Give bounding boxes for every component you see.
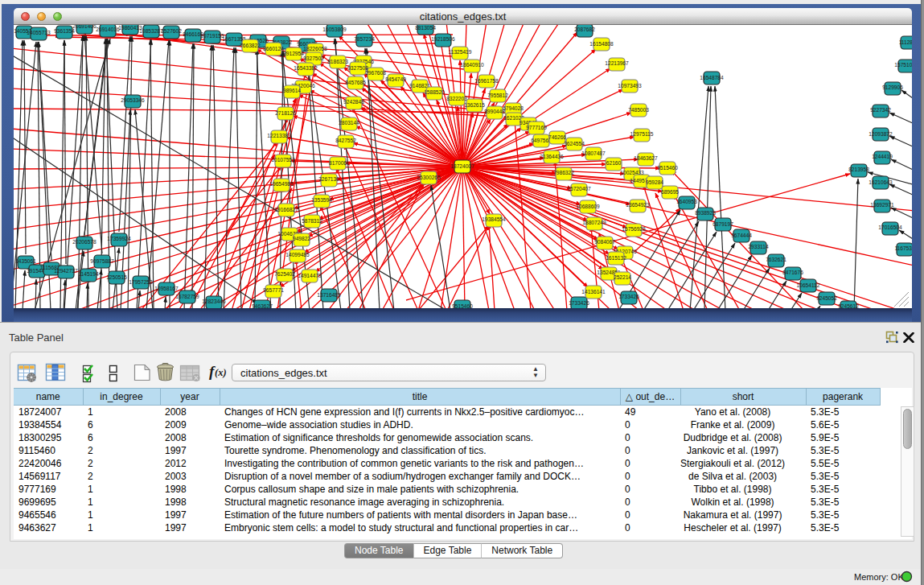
svg-text:9674444: 9674444 (731, 233, 752, 238)
svg-text:1362615: 1362615 (464, 102, 485, 108)
svg-text:5878312: 5878312 (302, 218, 322, 224)
svg-text:29053346: 29053346 (121, 97, 145, 103)
svg-text:15756928: 15756928 (622, 226, 646, 232)
svg-text:8322203: 8322203 (446, 96, 467, 101)
svg-text:14055713: 14055713 (27, 30, 51, 35)
svg-text:2967608: 2967608 (365, 70, 386, 76)
svg-text:18724007: 18724007 (450, 163, 474, 169)
svg-text:10688609: 10688609 (576, 204, 600, 209)
svg-text:19166827: 19166827 (274, 207, 298, 212)
svg-text:62160: 62160 (606, 160, 622, 166)
svg-text:20691406: 20691406 (72, 25, 97, 29)
svg-text:2803144: 2803144 (339, 120, 359, 126)
svg-text:8454749: 8454749 (385, 76, 406, 82)
svg-text:8186323: 8186323 (327, 59, 348, 64)
svg-text:9245052: 9245052 (816, 295, 837, 301)
svg-text:21364436: 21364436 (540, 154, 564, 159)
svg-text:7857234: 7857234 (354, 36, 375, 42)
svg-text:7955812: 7955812 (487, 93, 508, 98)
svg-text:12093872: 12093872 (869, 131, 893, 137)
svg-text:9327502: 9327502 (303, 56, 324, 61)
svg-text:14099485: 14099485 (285, 252, 310, 257)
svg-text:1615132: 1615132 (606, 255, 626, 261)
svg-text:10719155: 10719155 (200, 33, 224, 39)
svg-text:7632621: 7632621 (766, 257, 786, 262)
svg-text:16782759: 16782759 (175, 294, 199, 299)
svg-text:13654923: 13654923 (626, 202, 650, 208)
svg-text:252214: 252214 (614, 274, 631, 280)
svg-text:1244419: 1244419 (872, 154, 893, 159)
svg-text:2087682: 2087682 (574, 27, 595, 32)
svg-text:2933114: 2933114 (748, 244, 769, 249)
svg-text:16210643: 16210643 (869, 179, 893, 185)
svg-text:19654985: 19654985 (269, 181, 294, 187)
svg-text:13692971: 13692971 (870, 202, 894, 208)
svg-text:1733426: 1733426 (618, 294, 639, 299)
svg-text:10958167: 10958167 (154, 286, 179, 291)
svg-text:959284: 959284 (646, 179, 663, 185)
svg-text:90975887: 90975887 (90, 258, 114, 264)
svg-text:7986322: 7986322 (553, 170, 574, 175)
svg-text:8912954: 8912954 (283, 51, 304, 56)
svg-text:10654112: 10654112 (797, 282, 820, 288)
svg-text:12975115: 12975115 (630, 131, 654, 137)
svg-text:12823446: 12823446 (202, 299, 226, 304)
svg-text:16053809: 16053809 (322, 27, 347, 32)
svg-text:18640910: 18640910 (460, 62, 484, 68)
svg-text:8938923: 8938923 (695, 210, 716, 216)
svg-text:8427552: 8427552 (335, 138, 356, 143)
svg-text:9227342: 9227342 (870, 107, 891, 113)
svg-text:8213958: 8213958 (848, 167, 869, 172)
svg-text:12213967: 12213967 (605, 60, 629, 66)
svg-text:1640953: 1640953 (676, 199, 697, 204)
svg-text:26914016: 26914016 (96, 27, 120, 32)
svg-text:14136141: 14136141 (581, 289, 606, 295)
svg-text:17957253: 17957253 (129, 279, 153, 285)
svg-text:1145194: 1145194 (78, 271, 99, 277)
svg-text:12213383: 12213383 (267, 133, 291, 138)
svg-text:9657771: 9657771 (263, 287, 284, 293)
svg-text:817006: 817006 (329, 160, 347, 166)
svg-text:8660124: 8660124 (263, 46, 284, 51)
svg-text:20206578: 20206578 (72, 239, 97, 245)
svg-text:1527602: 1527602 (161, 28, 182, 34)
svg-text:18226058: 18226058 (303, 46, 327, 51)
svg-text:10853287: 10853287 (139, 28, 163, 34)
svg-text:6794028: 6794028 (503, 105, 524, 111)
svg-text:8457685: 8457685 (345, 80, 366, 85)
svg-text:1353594: 1353594 (311, 197, 332, 203)
svg-text:1435061: 1435061 (15, 258, 36, 264)
svg-text:10107553: 10107553 (271, 157, 295, 163)
svg-text:949822: 949822 (293, 236, 310, 241)
svg-text:1250515: 1250515 (106, 274, 127, 280)
svg-text:14914479: 14914479 (298, 273, 322, 278)
svg-text:12942737: 12942737 (54, 268, 78, 274)
svg-text:746266: 746266 (548, 134, 566, 140)
svg-text:8471676: 8471676 (782, 270, 803, 275)
svg-text:19384554: 19384554 (482, 216, 506, 222)
svg-text:(x): (x) (215, 367, 227, 378)
svg-text:3624554: 3624554 (564, 141, 585, 146)
svg-text:8813054: 8813054 (415, 25, 436, 31)
svg-text:3267130: 3267130 (318, 176, 339, 182)
svg-text:1588520: 1588520 (424, 89, 445, 95)
svg-text:1112874: 1112874 (899, 39, 912, 45)
svg-text:19218506: 19218506 (431, 36, 455, 42)
svg-text:9777169: 9777169 (526, 125, 547, 130)
svg-text:10807487: 10807487 (581, 150, 606, 156)
svg-text:9242848: 9242848 (343, 99, 364, 105)
svg-text:16543382: 16543382 (294, 65, 318, 71)
svg-text:16961758: 16961758 (474, 78, 499, 84)
svg-text:11325419: 11325419 (449, 49, 472, 55)
svg-text:9361354: 9361354 (54, 28, 75, 34)
svg-text:1167533: 1167533 (894, 245, 912, 251)
svg-text:7625402: 7625402 (274, 271, 295, 277)
svg-text:9129906: 9129906 (882, 84, 903, 90)
svg-text:989614: 989614 (283, 88, 301, 93)
svg-text:13716485: 13716485 (317, 292, 341, 298)
svg-text:9084067: 9084067 (594, 239, 615, 245)
svg-text:16548784: 16548784 (700, 75, 724, 80)
svg-text:15720407: 15720407 (567, 186, 591, 192)
svg-text:6879197: 6879197 (713, 221, 733, 227)
svg-text:689695: 689695 (661, 189, 679, 195)
